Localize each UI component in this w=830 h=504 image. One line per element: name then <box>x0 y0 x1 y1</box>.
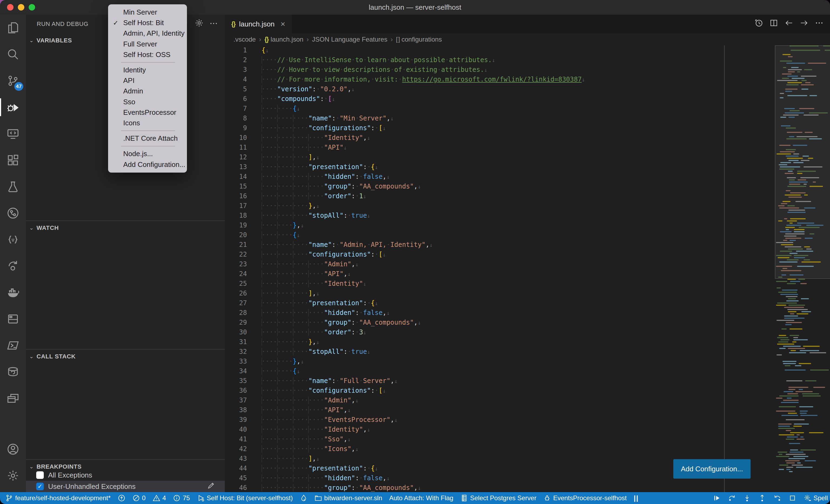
code-line[interactable]: 38················"API",↓ <box>225 405 773 415</box>
status-item-eventsprocessor-selfhost[interactable]: EventsProcessor-selfhost <box>543 494 627 502</box>
menu-item-sso[interactable]: Sso <box>108 97 187 107</box>
code-area[interactable]: 1{↓2····//·Use·IntelliSense·to·learn·abo… <box>225 45 773 492</box>
code-line[interactable]: 4····//·For·more·information,·visit:·htt… <box>225 74 773 84</box>
menu-item--net-core-attach[interactable]: .NET Core Attach <box>108 133 187 144</box>
code-line[interactable]: 37················"Admin",↓ <box>225 395 773 405</box>
code-line[interactable]: 39················"EventsProcessor",↓ <box>225 415 773 425</box>
split-editor-button[interactable] <box>769 19 778 29</box>
status-item-stop[interactable] <box>789 494 796 502</box>
activity-bar-item-run-and-debug[interactable] <box>0 94 26 121</box>
status-item-self-host-bit-server-selfhost[interactable]: Self Host: Bit (server-selfhost) <box>197 494 293 502</box>
menu-item-admin-api-identity[interactable]: Admin, API, Identity <box>108 28 187 39</box>
breakpoint-checkbox[interactable] <box>36 471 44 479</box>
menu-item-node-js-[interactable]: Node.js... <box>108 148 187 159</box>
code-line[interactable]: 35············"name":·"Full·Server",↓ <box>225 376 773 386</box>
activity-bar-item-source-control[interactable]: 47 <box>0 68 26 94</box>
code-line[interactable]: 22············"configurations":·[↓ <box>225 249 773 259</box>
add-configuration-button[interactable]: Add Configuration... <box>673 459 751 479</box>
menu-item-admin[interactable]: Admin <box>108 86 187 96</box>
code-line[interactable]: 17············},↓ <box>225 201 773 211</box>
minimize-window-button[interactable] <box>18 4 24 10</box>
history-button[interactable] <box>754 19 763 29</box>
code-line[interactable]: 31············},↓ <box>225 337 773 347</box>
activity-bar-item-window-layers[interactable] <box>0 385 26 412</box>
activity-bar-item-extensions[interactable] <box>0 147 26 173</box>
status-item-feature-self-hosted-development[interactable]: feature/self-hosted-development* <box>5 494 111 502</box>
activity-bar-item-settings[interactable] <box>0 462 26 489</box>
menu-item-add-configuration-[interactable]: Add Configuration... <box>108 159 187 170</box>
status-item-restart[interactable] <box>773 494 781 502</box>
code-line[interactable]: 41················"Sso",↓ <box>225 434 773 444</box>
code-line[interactable]: 10················"Identity",↓ <box>225 133 773 143</box>
code-line[interactable]: 42················"Icons",↓ <box>225 444 773 454</box>
activity-bar-item-testing[interactable] <box>0 173 26 200</box>
activity-bar-item-copilot[interactable] <box>0 226 26 253</box>
maximize-window-button[interactable] <box>29 4 35 10</box>
code-line[interactable]: 25················"Identity"↓ <box>225 279 773 289</box>
code-line[interactable]: 7········{↓ <box>225 104 773 113</box>
code-line[interactable]: 5····"version":·"0.2.0",↓ <box>225 84 773 94</box>
status-item-publish[interactable] <box>118 494 125 502</box>
menu-item-identity[interactable]: Identity <box>108 65 187 75</box>
code-line[interactable]: 30················"order":·3↓ <box>225 327 773 337</box>
sidebar-more-actions[interactable]: ⋯ <box>210 19 218 28</box>
activity-bar-item-live-share[interactable] <box>0 253 26 279</box>
minimap[interactable] <box>775 45 830 492</box>
code-line[interactable]: 8············"name":·"Min·Server",↓ <box>225 113 773 123</box>
close-tab-icon[interactable]: × <box>281 20 285 29</box>
close-window-button[interactable] <box>7 4 13 10</box>
activity-bar-item-remote-explorer[interactable] <box>0 121 26 147</box>
activity-bar-item-docker[interactable] <box>0 279 26 306</box>
code-line[interactable]: 9············"configurations":·[↓ <box>225 123 773 133</box>
code-line[interactable]: 32············"stopAll":·true↓ <box>225 347 773 357</box>
code-line[interactable]: 14················"hidden":·false,↓ <box>225 172 773 181</box>
menu-item-min-server[interactable]: Min Server <box>108 7 187 18</box>
code-line[interactable]: 11················"API"↓ <box>225 143 773 152</box>
breakpoint-checkbox[interactable]: ✓ <box>36 483 44 490</box>
code-line[interactable]: 6····"compounds":·[↓ <box>225 94 773 104</box>
status-item-pause[interactable]: || <box>634 495 639 502</box>
activity-bar-item-dev-container[interactable] <box>0 306 26 332</box>
status-item-0[interactable]: 0 <box>132 494 146 502</box>
code-line[interactable]: 13············"presentation":·{↓ <box>225 162 773 172</box>
activity-bar-item-accounts[interactable] <box>0 436 26 462</box>
activity-bar-item-git-graph[interactable] <box>0 200 26 226</box>
menu-item-self-host-bit[interactable]: ✓Self Host: Bit <box>108 18 187 28</box>
status-item-step-into[interactable] <box>743 494 751 502</box>
activity-bar-item-search[interactable] <box>0 41 26 68</box>
section-header-call-stack[interactable]: ⌄CALL STACK <box>26 350 225 363</box>
code-line[interactable]: 46················"group":·"AA_compounds… <box>225 483 773 492</box>
menu-item-icons[interactable]: Icons <box>108 118 187 128</box>
code-line[interactable]: 18············"stopAll":·true↓ <box>225 211 773 221</box>
menu-item-eventsprocessor[interactable]: EventsProcessor <box>108 107 187 118</box>
status-item-bitwarden-server-sln[interactable]: bitwarden-server.sln <box>315 494 382 502</box>
menu-item-full-server[interactable]: Full Server <box>108 39 187 49</box>
code-line[interactable]: 12············],↓ <box>225 152 773 162</box>
status-item-spell[interactable]: Spell <box>804 494 828 502</box>
breadcrumb-item[interactable]: .vscode <box>233 36 256 43</box>
menu-item-self-host-oss[interactable]: Self Host: OSS <box>108 49 187 60</box>
activity-bar-item-explorer[interactable] <box>0 14 26 41</box>
breakpoint-row[interactable]: All Exceptions <box>26 469 225 481</box>
edit-breakpoint-pencil-icon[interactable] <box>207 481 215 492</box>
status-item-debug-continue[interactable] <box>713 494 721 502</box>
tab-launch-json[interactable]: {} launch.json × <box>225 14 292 33</box>
code-line[interactable]: 36············"configurations":·[↓ <box>225 386 773 395</box>
code-line[interactable]: 29················"group":·"AA_compounds… <box>225 317 773 327</box>
activity-bar-item-postgresql[interactable] <box>0 359 26 385</box>
code-line[interactable]: 15················"group":·"AA_compounds… <box>225 181 773 191</box>
nav-back-button[interactable] <box>785 19 793 29</box>
breadcrumb-item[interactable]: JSON Language Features <box>312 36 387 43</box>
code-line[interactable]: 16················"order":·1↓ <box>225 191 773 201</box>
code-line[interactable]: 2····//·Use·IntelliSense·to·learn·about·… <box>225 55 773 65</box>
code-line[interactable]: 33········},↓ <box>225 357 773 366</box>
code-line[interactable]: 20········{↓ <box>225 230 773 240</box>
code-line[interactable]: 24················"API",↓ <box>225 269 773 279</box>
status-item-select-postgres-server[interactable]: Select Postgres Server <box>460 494 536 502</box>
breakpoint-row[interactable]: ✓User-Unhandled Exceptions <box>26 481 225 492</box>
code-line[interactable]: 40················"Identity",↓ <box>225 425 773 434</box>
status-item-step-over[interactable] <box>728 494 736 502</box>
more-actions-button[interactable] <box>815 19 824 29</box>
debug-settings-gear-icon[interactable] <box>195 19 204 30</box>
status-item-flame[interactable] <box>300 494 308 502</box>
